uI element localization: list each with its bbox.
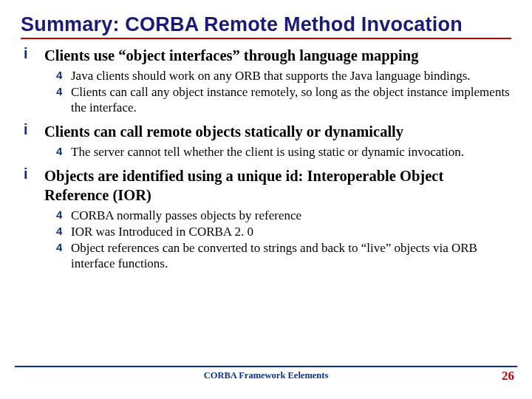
sub-bullet-text: IOR was Introduced in CORBA 2. 0 (71, 224, 253, 239)
sub-bullet-list: 4 The server cannot tell whether the cli… (56, 144, 511, 160)
footer-rule (15, 366, 517, 367)
page-number: 26 (502, 369, 514, 383)
slide-footer: CORBA Framework Eelements 26 (15, 366, 517, 381)
bullet-text: Objects are identified using a unique id… (44, 167, 511, 205)
slide-body: i Clients use “object interfaces” throug… (21, 47, 511, 272)
sub-bullet-text: Object references can be converted to st… (71, 240, 511, 272)
slide: Summary: CORBA Remote Method Invocation … (0, 0, 532, 399)
sub-bullet-text: CORBA normally passes objects by referen… (71, 208, 301, 223)
sub-bullet-marker-icon: 4 (56, 224, 71, 239)
sub-bullet-list: 4 Java clients should work on any ORB th… (56, 68, 511, 116)
bullet-item: i Clients use “object interfaces” throug… (21, 47, 511, 66)
bullet-text: Clients use “object interfaces” through … (44, 47, 418, 66)
bullet-item: i Objects are identified using a unique … (21, 167, 511, 205)
sub-bullet-text: Java clients should work on any ORB that… (71, 68, 471, 83)
sub-bullet-marker-icon: 4 (56, 208, 71, 223)
sub-bullet-item: 4 The server cannot tell whether the cli… (56, 144, 511, 160)
sub-bullet-text: Clients can call any object instance rem… (71, 84, 511, 116)
sub-bullet-list: 4 CORBA normally passes objects by refer… (56, 208, 511, 272)
bullet-text: Clients can call remote objects statical… (44, 123, 403, 142)
bullet-item: i Clients can call remote objects static… (21, 123, 511, 142)
sub-bullet-marker-icon: 4 (56, 68, 71, 83)
sub-bullet-item: 4 Object references can be converted to … (56, 240, 511, 272)
bullet-marker-icon: i (21, 167, 44, 205)
sub-bullet-item: 4 IOR was Introduced in CORBA 2. 0 (56, 224, 511, 239)
sub-bullet-item: 4 Java clients should work on any ORB th… (56, 68, 511, 83)
footer-row: CORBA Framework Eelements 26 (15, 370, 517, 381)
bullet-marker-icon: i (21, 123, 44, 142)
sub-bullet-marker-icon: 4 (56, 144, 71, 160)
slide-title: Summary: CORBA Remote Method Invocation (21, 13, 511, 36)
sub-bullet-item: 4 Clients can call any object instance r… (56, 84, 511, 116)
sub-bullet-text: The server cannot tell whether the clien… (71, 144, 464, 160)
bullet-marker-icon: i (21, 47, 44, 66)
sub-bullet-marker-icon: 4 (56, 240, 71, 272)
sub-bullet-marker-icon: 4 (56, 84, 71, 116)
sub-bullet-item: 4 CORBA normally passes objects by refer… (56, 208, 511, 223)
title-underline (21, 38, 511, 39)
footer-title: CORBA Framework Eelements (204, 370, 329, 381)
